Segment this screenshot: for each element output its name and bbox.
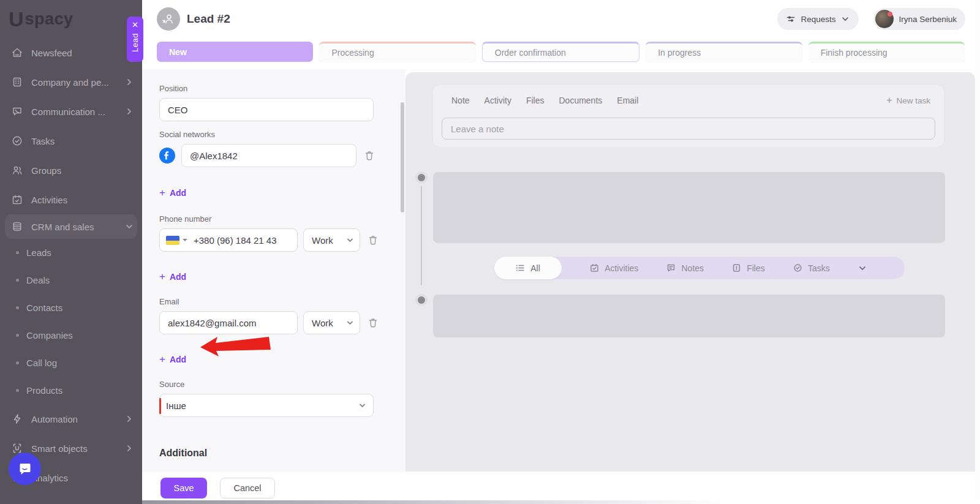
filter-tab-files[interactable]: Files [732,263,765,273]
phone-label: Phone number [159,214,388,224]
close-icon[interactable]: ✕ [132,20,138,30]
tab-files[interactable]: Files [526,96,545,105]
sidebar-item-contacts[interactable]: Contacts [0,294,142,322]
delete-social-icon[interactable] [364,150,375,161]
sidebar-item-groups[interactable]: Groups [0,156,142,185]
phone-type-select[interactable]: Work [303,228,360,252]
bullet-icon [16,334,19,337]
sidebar-item-label: Tasks [31,136,134,146]
sidebar-item-label: CRM and sales [31,222,117,232]
tab-documents[interactable]: Documents [559,96,602,105]
building-icon [11,76,23,88]
save-button[interactable]: Save [160,478,207,498]
bullet-icon [16,361,19,364]
phone-input[interactable] [194,235,292,246]
sidebar-item-company-and-people[interactable]: Company and pe... [0,67,142,97]
filter-label: Tasks [808,263,830,273]
filter-tab-notes[interactable]: Notes [666,263,704,273]
position-label: Position [159,84,388,93]
lightning-icon [11,413,23,425]
timeline-dot [418,296,425,304]
support-chat-button[interactable] [9,453,41,485]
sidebar-item-newsfeed[interactable]: Newsfeed [0,38,142,67]
sidebar-item-label: Newsfeed [31,48,134,58]
sidebar-item-activities[interactable]: Activities [0,185,142,214]
add-email-button[interactable]: + Add [159,353,186,366]
sidebar-item-automation[interactable]: Automation [0,404,142,434]
stage-new[interactable]: New [157,42,313,62]
note-input[interactable] [442,118,935,140]
sidebar-item-label: Communication ... [31,107,117,117]
delete-phone-icon[interactable] [368,235,379,246]
phone-type-value: Work [312,235,333,246]
filter-tab-activities[interactable]: Activities [590,263,638,273]
form-scrollbar[interactable] [401,102,404,213]
tab-email[interactable]: Email [617,96,638,105]
lead-modal: Lead #2 Requests Iryna Serbeniuk New Pro… [142,0,980,500]
uspacy-logo[interactable]: U spacy [0,0,142,29]
email-type-select[interactable]: Work [303,311,360,334]
lead-slide-tab[interactable]: ✕ Lead [127,17,143,62]
sidebar-item-tasks[interactable]: Tasks [0,126,142,156]
facebook-icon[interactable] [159,148,175,164]
lead-avatar [157,7,180,31]
modal-header: Lead #2 Requests Iryna Serbeniuk [157,7,965,31]
composer-tabs: Note Activity Files Documents Email [451,96,638,105]
calendar-icon [11,194,23,206]
new-task-button[interactable]: + New task [886,95,930,106]
chevron-down-icon [359,402,366,409]
stage-processing[interactable]: Processing [319,42,475,62]
sidebar-item-communication[interactable]: Communication ... [0,97,142,126]
filter-label: Notes [681,263,704,273]
sidebar: U spacy Newsfeed Company and pe... Commu… [0,0,142,504]
user-menu[interactable]: Iryna Serbeniuk [873,8,965,30]
sidebar-item-deals[interactable]: Deals [0,266,142,294]
requests-dropdown[interactable]: Requests [777,8,859,30]
sidebar-nav: Newsfeed Company and pe... Communication… [0,38,142,492]
chevron-down-icon[interactable] [858,264,867,273]
stage-finish-processing[interactable]: Finish processing [809,42,965,62]
communication-icon [11,105,23,118]
cancel-button[interactable]: Cancel [220,478,275,498]
timeline-entry-placeholder [433,295,945,337]
add-social-button[interactable]: + Add [159,187,186,199]
people-icon [11,164,23,176]
source-select[interactable]: Інше [159,394,374,417]
bullet-icon [16,279,19,282]
sidebar-item-companies[interactable]: Companies [0,322,142,349]
database-icon [11,220,23,233]
sidebar-item-leads[interactable]: Leads [0,239,142,266]
sidebar-subitem-label: Contacts [26,303,62,313]
page-background-strip [142,500,980,504]
chevron-right-icon [125,415,134,423]
stage-in-progress[interactable]: In progress [646,42,802,62]
add-label: Add [170,272,186,282]
additional-section-heading: Additional [159,448,388,459]
filter-label: Activities [605,263,638,273]
social-network-input[interactable] [181,144,356,167]
sidebar-subitem-label: Products [26,385,62,396]
sidebar-item-products[interactable]: Products [0,377,142,404]
timeline-line [421,186,422,285]
stage-label: New [169,47,187,57]
sidebar-item-label: Groups [31,165,134,176]
sidebar-item-crm-and-sales[interactable]: CRM and sales [5,214,137,239]
tab-note[interactable]: Note [451,96,470,105]
email-input[interactable] [159,311,298,334]
sidebar-item-call-log[interactable]: Call log [0,349,142,377]
stage-label: Order confirmation [495,48,566,58]
filter-tab-tasks[interactable]: Tasks [793,263,830,273]
country-flag-selector[interactable] [166,236,187,245]
sidebar-item-label: Company and pe... [31,77,117,88]
email-row: Work [159,311,388,334]
position-input[interactable] [159,98,374,121]
social-networks-label: Social networks [159,130,388,139]
add-phone-button[interactable]: + Add [159,271,186,283]
filter-tab-all[interactable]: All [494,257,562,279]
delete-email-icon[interactable] [368,317,379,328]
stage-order-confirmation[interactable]: Order confirmation [482,42,639,62]
tab-activity[interactable]: Activity [484,96,511,105]
phone-input-wrap [159,228,298,252]
lead-person-icon [162,12,175,26]
pipeline-stages: New Processing Order confirmation In pro… [157,42,965,62]
